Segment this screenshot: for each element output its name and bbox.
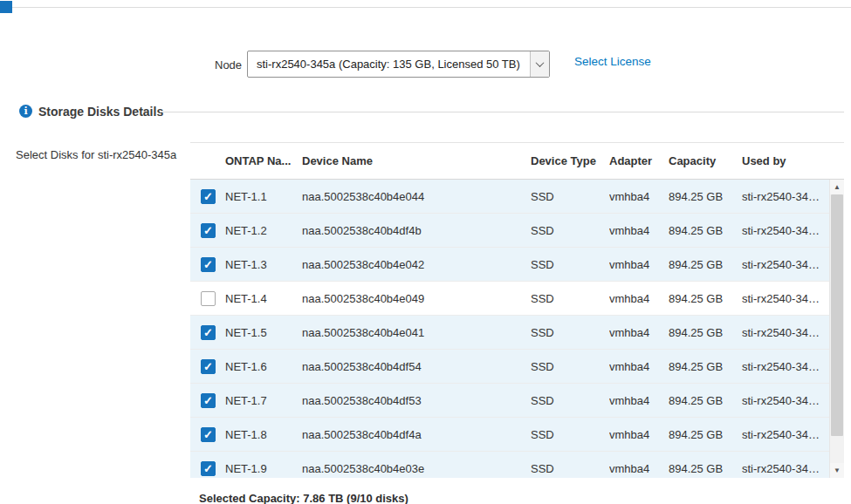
device-type-cell: SSD xyxy=(531,292,609,305)
capacity-cell: 894.25 GB xyxy=(669,292,742,305)
adapter-cell: vmhba4 xyxy=(609,360,669,373)
disk-checkbox[interactable] xyxy=(201,427,216,442)
device-type-cell: SSD xyxy=(531,190,609,203)
column-header-capacity: Capacity xyxy=(669,154,742,167)
disk-checkbox[interactable] xyxy=(201,257,216,272)
device-type-cell: SSD xyxy=(531,462,609,475)
ontap-name-cell: NET-1.2 xyxy=(225,224,302,237)
scroll-up-button[interactable]: ▲ xyxy=(830,180,844,194)
column-header-device-type: Device Type xyxy=(531,154,609,167)
capacity-cell: 894.25 GB xyxy=(669,258,742,271)
ontap-name-cell: NET-1.9 xyxy=(225,462,302,475)
device-name-cell: naa.5002538c40b4df4b xyxy=(302,224,531,237)
device-name-cell: naa.5002538c40b4e049 xyxy=(302,292,531,305)
column-header-adapter: Adapter xyxy=(609,154,669,167)
table-scrollbar[interactable]: ▲ ▼ xyxy=(829,180,844,478)
ontap-name-cell: NET-1.7 xyxy=(225,394,302,407)
used-by-cell: sti-rx2540-345a=... xyxy=(742,292,829,305)
disk-checkbox[interactable] xyxy=(201,393,216,408)
disks-table: ONTAP Na... Device Name Device Type Adap… xyxy=(190,142,844,478)
used-by-cell: sti-rx2540-345a=... xyxy=(742,190,829,203)
scrollbar-thumb[interactable] xyxy=(831,194,843,436)
table-row: NET-1.4 naa.5002538c40b4e049 SSD vmhba4 … xyxy=(190,282,829,316)
table-row: NET-1.3 naa.5002538c40b4e042 SSD vmhba4 … xyxy=(190,248,829,282)
table-row: NET-1.2 naa.5002538c40b4df4b SSD vmhba4 … xyxy=(190,214,829,248)
ontap-name-cell: NET-1.1 xyxy=(225,190,302,203)
adapter-cell: vmhba4 xyxy=(609,258,669,271)
table-header: ONTAP Na... Device Name Device Type Adap… xyxy=(190,143,844,180)
used-by-cell: sti-rx2540-345a=... xyxy=(742,394,829,407)
device-type-cell: SSD xyxy=(531,224,609,237)
node-select-value: sti-rx2540-345a (Capacity: 135 GB, Licen… xyxy=(248,58,530,71)
capacity-cell: 894.25 GB xyxy=(669,190,742,203)
used-by-cell: sti-rx2540-345a=... xyxy=(742,462,829,475)
capacity-cell: 894.25 GB xyxy=(669,462,742,475)
capacity-cell: 894.25 GB xyxy=(669,326,742,339)
top-accent-square xyxy=(0,1,12,13)
adapter-cell: vmhba4 xyxy=(609,428,669,441)
table-row: NET-1.7 naa.5002538c40b4df53 SSD vmhba4 … xyxy=(190,384,829,418)
adapter-cell: vmhba4 xyxy=(609,326,669,339)
ontap-name-cell: NET-1.3 xyxy=(225,258,302,271)
table-row: NET-1.6 naa.5002538c40b4df54 SSD vmhba4 … xyxy=(190,350,829,384)
info-icon: i xyxy=(19,105,32,118)
device-name-cell: naa.5002538c40b4e044 xyxy=(302,190,531,203)
device-name-cell: naa.5002538c40b4e042 xyxy=(302,258,531,271)
selected-capacity-text: Selected Capacity: 7.86 TB (9/10 disks) xyxy=(199,492,408,504)
device-type-cell: SSD xyxy=(531,360,609,373)
device-name-cell: naa.5002538c40b4e03e xyxy=(302,462,531,475)
device-name-cell: naa.5002538c40b4df4a xyxy=(302,428,531,441)
used-by-cell: sti-rx2540-345a=... xyxy=(742,428,829,441)
device-name-cell: naa.5002538c40b4e041 xyxy=(302,326,531,339)
disk-checkbox[interactable] xyxy=(201,461,216,476)
device-name-cell: naa.5002538c40b4df54 xyxy=(302,360,531,373)
chevron-down-icon xyxy=(536,58,545,67)
disk-checkbox[interactable] xyxy=(201,359,216,374)
disk-checkbox[interactable] xyxy=(201,223,216,238)
adapter-cell: vmhba4 xyxy=(609,190,669,203)
disk-checkbox[interactable] xyxy=(201,325,216,340)
column-header-used-by: Used by xyxy=(742,154,844,167)
disk-checkbox[interactable] xyxy=(201,291,216,306)
ontap-name-cell: NET-1.6 xyxy=(225,360,302,373)
table-row: NET-1.1 naa.5002538c40b4e044 SSD vmhba4 … xyxy=(190,180,829,214)
adapter-cell: vmhba4 xyxy=(609,224,669,237)
section-divider xyxy=(160,112,844,112)
adapter-cell: vmhba4 xyxy=(609,462,669,475)
table-row: NET-1.9 naa.5002538c40b4e03e SSD vmhba4 … xyxy=(190,452,829,478)
used-by-cell: sti-rx2540-345a=... xyxy=(742,258,829,271)
table-row: NET-1.5 naa.5002538c40b4e041 SSD vmhba4 … xyxy=(190,316,829,350)
ontap-name-cell: NET-1.8 xyxy=(225,428,302,441)
section-title: Storage Disks Details xyxy=(38,105,163,119)
device-type-cell: SSD xyxy=(531,394,609,407)
scroll-down-button[interactable]: ▼ xyxy=(830,463,844,478)
capacity-cell: 894.25 GB xyxy=(669,360,742,373)
device-type-cell: SSD xyxy=(531,326,609,339)
adapter-cell: vmhba4 xyxy=(609,292,669,305)
device-type-cell: SSD xyxy=(531,258,609,271)
select-disks-label: Select Disks for sti-rx2540-345a xyxy=(16,148,176,161)
top-divider xyxy=(12,7,851,8)
column-header-device-name: Device Name xyxy=(302,154,531,167)
disk-checkbox[interactable] xyxy=(201,189,216,204)
used-by-cell: sti-rx2540-345a=... xyxy=(742,326,829,339)
ontap-name-cell: NET-1.4 xyxy=(225,292,302,305)
capacity-cell: 894.25 GB xyxy=(669,394,742,407)
ontap-name-cell: NET-1.5 xyxy=(225,326,302,339)
node-select-button[interactable] xyxy=(530,51,549,77)
table-body: NET-1.1 naa.5002538c40b4e044 SSD vmhba4 … xyxy=(190,180,829,478)
node-select[interactable]: sti-rx2540-345a (Capacity: 135 GB, Licen… xyxy=(247,51,550,78)
capacity-cell: 894.25 GB xyxy=(669,428,742,441)
table-row: NET-1.8 naa.5002538c40b4df4a SSD vmhba4 … xyxy=(190,418,829,452)
capacity-cell: 894.25 GB xyxy=(669,224,742,237)
adapter-cell: vmhba4 xyxy=(609,394,669,407)
node-label: Node xyxy=(215,58,242,72)
used-by-cell: sti-rx2540-345a=... xyxy=(742,360,829,373)
device-name-cell: naa.5002538c40b4df53 xyxy=(302,394,531,407)
used-by-cell: sti-rx2540-345a=... xyxy=(742,224,829,237)
select-license-link[interactable]: Select License xyxy=(574,55,651,68)
device-type-cell: SSD xyxy=(531,428,609,441)
column-header-ontap-name: ONTAP Na... xyxy=(225,154,302,167)
